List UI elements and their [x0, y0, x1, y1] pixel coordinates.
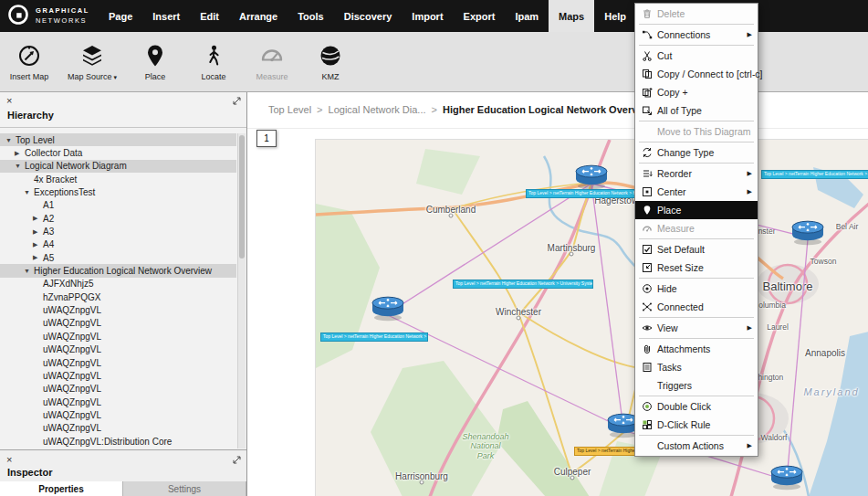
chevron-expanded-icon[interactable]: ▼ — [24, 189, 34, 195]
tree-item-uwaqznpgvl[interactable]: uWAQZnpgVL — [0, 356, 236, 369]
context-menu-item-reset-size[interactable]: Reset Size — [635, 259, 758, 277]
context-menu-item-tasks[interactable]: Tasks — [635, 358, 758, 376]
menu-item-insert[interactable]: Insert — [142, 0, 190, 32]
tree-item-ajfxdnhjz5[interactable]: AJFXdNhjz5 — [0, 278, 236, 290]
context-menu-item-copy-connect-to-ctrl-c[interactable]: Copy / Connect to [ctrl-c] — [635, 65, 758, 83]
tree-item-a1[interactable]: A1 — [0, 199, 236, 212]
context-menu-item-connections[interactable]: Connections▶ — [635, 26, 758, 44]
inspector-close-icon[interactable]: × — [6, 455, 12, 465]
context-menu-item-place[interactable]: Place — [635, 201, 758, 219]
menu-item-edit[interactable]: Edit — [190, 0, 229, 32]
reorder-icon — [642, 168, 657, 179]
context-menu-item-set-default[interactable]: Set Default — [635, 240, 758, 259]
router-node-icon[interactable] — [573, 162, 610, 195]
tree-item-label: uWAQZnpgVL — [43, 358, 101, 368]
menu-separator — [639, 24, 754, 25]
tree-item-hzvnappqgx[interactable]: hZvnaPPQGX — [0, 290, 236, 303]
context-menu-item-view[interactable]: View▶ — [635, 319, 758, 337]
hierarchy-scrollbar-thumb[interactable] — [239, 135, 245, 259]
layers-icon — [80, 43, 104, 68]
context-menu-item-connected[interactable]: Connected — [635, 298, 758, 316]
reset-size-icon — [642, 262, 657, 273]
menu-item-import[interactable]: Import — [402, 0, 453, 32]
tree-item-logical-network-diagram[interactable]: ▼Logical Network Diagram — [0, 160, 236, 173]
context-menu-item-change-type[interactable]: Change Type — [635, 143, 758, 162]
hierarchy-resize-icon[interactable] — [233, 92, 241, 109]
tree-item-uwaqznpgvl[interactable]: uWAQZnpgVL — [0, 343, 236, 356]
tree-item-exceptionstest[interactable]: ▼ExceptionsTest — [0, 185, 236, 198]
context-menu-item-all-of-type[interactable]: All of Type — [635, 101, 758, 120]
tree-item-uwaqznpgvl[interactable]: uWAQZnpgVL — [0, 396, 236, 408]
context-menu-item-hide[interactable]: Hide — [635, 280, 758, 298]
tree-item-uwaqznpgvl[interactable]: uWAQZnpgVL — [0, 317, 236, 330]
copy-icon — [642, 69, 657, 79]
chevron-collapsed-icon[interactable]: ▶ — [33, 228, 43, 236]
context-menu-item-d-click-rule[interactable]: D-Click Rule — [635, 416, 758, 434]
tree-item-uwaqznpgvl[interactable]: uWAQZnpgVL — [0, 303, 236, 316]
hierarchy-close-icon[interactable]: × — [6, 96, 12, 106]
node-label-tag[interactable]: Top Level > netTerrain Higher Education … — [453, 280, 593, 289]
breadcrumb-item-top-level[interactable]: Top Level — [268, 104, 311, 115]
tree-item-higher-education-logical-network-overview[interactable]: ▼Higher Education Logical Network Overvi… — [0, 264, 236, 277]
breadcrumb-item-higher-education-logical-network-overview[interactable]: Higher Education Logical Network Overvie… — [443, 104, 654, 115]
menu-item-export[interactable]: Export — [454, 0, 506, 32]
menu-item-ipam[interactable]: Ipam — [505, 0, 549, 32]
tree-item-uwaqznpgvl[interactable]: uWAQZnpgVL — [0, 330, 236, 343]
router-node-icon[interactable] — [769, 462, 805, 495]
page-number-box[interactable]: 1 — [256, 130, 277, 147]
context-menu-item-label: Set Default — [657, 244, 705, 255]
context-menu-item-copy[interactable]: Copy + — [635, 83, 758, 101]
toolbar-insert-map-button[interactable]: Insert Map — [0, 32, 58, 91]
context-menu-item-reorder[interactable]: Reorder▶ — [635, 164, 758, 183]
toolbar-locate-button[interactable]: Locate — [184, 32, 243, 91]
breadcrumb-item-logical-network-dia[interactable]: Logical Network Dia... — [329, 104, 426, 115]
tree-item-uwaqznpgvl[interactable]: uWAQZnpgVL — [0, 422, 236, 435]
context-menu-item-custom-actions[interactable]: Custom Actions▶ — [635, 437, 758, 455]
tab-properties[interactable]: Properties — [0, 481, 123, 496]
context-menu-item-center[interactable]: Center▶ — [635, 183, 758, 201]
tree-item-collector-data[interactable]: ▶Collector Data — [0, 146, 236, 159]
router-node-icon[interactable] — [790, 217, 826, 250]
context-menu-item-triggers[interactable]: Triggers — [635, 376, 758, 395]
tree-item-a3[interactable]: ▶A3 — [0, 225, 236, 237]
globe-icon — [319, 43, 342, 68]
menu-item-maps[interactable]: Maps — [549, 0, 594, 32]
hierarchy-scrollbar-track[interactable] — [237, 133, 246, 449]
menu-item-discovery[interactable]: Discovery — [334, 0, 403, 32]
chevron-collapsed-icon[interactable]: ▶ — [33, 241, 43, 248]
tree-item-a4[interactable]: ▶A4 — [0, 238, 236, 251]
menu-separator — [639, 435, 754, 436]
menu-item-arrange[interactable]: Arrange — [229, 0, 288, 32]
trash-icon — [642, 8, 657, 19]
menu-item-tools[interactable]: Tools — [288, 0, 334, 32]
menu-item-page[interactable]: Page — [99, 0, 142, 32]
chevron-expanded-icon[interactable]: ▼ — [15, 163, 25, 169]
chevron-expanded-icon[interactable]: ▼ — [5, 137, 16, 143]
toolbar-map-source-button[interactable]: Map Source ▾ — [58, 32, 126, 91]
context-menu-item-label: Custom Actions — [657, 440, 724, 451]
tree-item-uwaqznpgvl-distribution-core[interactable]: uWAQZnpgVL:Distribution Core — [0, 435, 236, 448]
context-menu-item-double-click[interactable]: Double Click — [635, 397, 758, 416]
map-canvas[interactable]: CumberlandHagerstownMartinsburgWincheste… — [315, 139, 868, 496]
tree-item-4x-bracket[interactable]: 4x Bracket — [0, 173, 236, 185]
tree-item-uwaqznpgvl[interactable]: uWAQZnpgVL — [0, 408, 236, 421]
chevron-expanded-icon[interactable]: ▼ — [24, 268, 34, 274]
tab-settings[interactable]: Settings — [123, 481, 246, 496]
chevron-collapsed-icon[interactable]: ▶ — [33, 215, 43, 222]
menu-item-help[interactable]: Help — [594, 0, 636, 32]
tree-item-a2[interactable]: ▶A2 — [0, 212, 236, 225]
toolbar-kmz-button[interactable]: KMZ — [301, 32, 360, 91]
inspector-resize-icon[interactable] — [233, 451, 241, 468]
router-node-icon[interactable] — [370, 293, 406, 326]
tree-item-uwaqznpgvl[interactable]: uWAQZnpgVL — [0, 369, 236, 382]
node-label-tag[interactable]: Top Level > netTerrain Higher Education … — [761, 170, 868, 179]
node-label-tag[interactable]: Top Level > netTerrain Higher Education … — [320, 332, 428, 342]
toolbar-place-button[interactable]: Place — [126, 32, 184, 91]
tree-item-top-level[interactable]: ▼Top Level — [0, 133, 236, 146]
tree-item-uwaqznpgvl[interactable]: uWAQZnpgVL — [0, 383, 236, 396]
context-menu-item-cut[interactable]: Cut — [635, 47, 758, 65]
tree-item-a5[interactable]: ▶A5 — [0, 251, 236, 264]
context-menu-item-attachments[interactable]: Attachments — [635, 340, 758, 358]
chevron-collapsed-icon[interactable]: ▶ — [15, 150, 25, 157]
chevron-collapsed-icon[interactable]: ▶ — [33, 254, 43, 261]
